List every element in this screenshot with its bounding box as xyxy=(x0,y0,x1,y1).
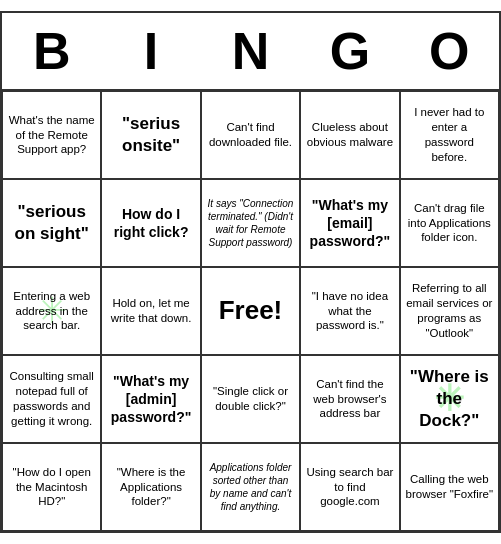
cell-text-3: Clueless about obvious malware xyxy=(306,120,393,150)
cell-text-16: "What's my [admin] password?" xyxy=(107,372,194,427)
cell-text-10: Entering a web address in the search bar… xyxy=(8,289,95,334)
bingo-cell-13: "I have no idea what the password is." xyxy=(300,267,399,355)
cell-text-23: Using search bar to find google.com xyxy=(306,465,393,510)
bingo-cell-9: Can't drag file into Applications folder… xyxy=(400,179,499,267)
letter-g: G xyxy=(305,21,395,81)
cell-text-6: How do I right click? xyxy=(107,205,194,241)
letter-b: B xyxy=(7,21,97,81)
bingo-cell-23: Using search bar to find google.com xyxy=(300,443,399,531)
bingo-cell-22: Applications folder sorted other than by… xyxy=(201,443,300,531)
cell-text-14: Referring to all email services or progr… xyxy=(406,281,493,341)
cell-text-20: "How do I open the Macintosh HD?" xyxy=(8,465,95,510)
cell-text-9: Can't drag file into Applications folder… xyxy=(406,201,493,246)
cell-text-5: "serious on sight" xyxy=(8,201,95,245)
bingo-cell-20: "How do I open the Macintosh HD?" xyxy=(2,443,101,531)
cell-text-0: What's the name of the Remote Support ap… xyxy=(8,113,95,158)
cell-text-7: It says "Connection terminated." (Didn't… xyxy=(207,197,294,249)
cell-text-2: Can't find downloaded file. xyxy=(207,120,294,150)
cell-text-11: Hold on, let me write that down. xyxy=(107,296,194,326)
bingo-cell-7: It says "Connection terminated." (Didn't… xyxy=(201,179,300,267)
bingo-cell-24: Calling the web browser "Foxfire" xyxy=(400,443,499,531)
bingo-cell-19: ✳"Where is the Dock?" xyxy=(400,355,499,443)
letter-i: I xyxy=(106,21,196,81)
letter-n: N xyxy=(205,21,295,81)
cell-text-8: "What's my [email] password?" xyxy=(306,196,393,251)
bingo-cell-5: "serious on sight" xyxy=(2,179,101,267)
bingo-cell-21: "Where is the Applications folder?" xyxy=(101,443,200,531)
bingo-cell-11: Hold on, let me write that down. xyxy=(101,267,200,355)
cell-text-19: "Where is the Dock?" xyxy=(406,366,493,432)
cell-text-13: "I have no idea what the password is." xyxy=(306,289,393,334)
bingo-cell-1: "serius onsite" xyxy=(101,91,200,179)
letter-o: O xyxy=(404,21,494,81)
bingo-grid: What's the name of the Remote Support ap… xyxy=(2,91,499,531)
cell-text-21: "Where is the Applications folder?" xyxy=(107,465,194,510)
bingo-cell-4: I never had to enter a password before. xyxy=(400,91,499,179)
cell-text-12: Free! xyxy=(219,294,283,328)
bingo-cell-14: Referring to all email services or progr… xyxy=(400,267,499,355)
bingo-cell-15: Consulting small notepad full of passwor… xyxy=(2,355,101,443)
cell-text-18: Can't find the web browser's address bar xyxy=(306,377,393,422)
bingo-cell-0: What's the name of the Remote Support ap… xyxy=(2,91,101,179)
cell-text-24: Calling the web browser "Foxfire" xyxy=(406,472,493,502)
bingo-cell-17: "Single click or double click?" xyxy=(201,355,300,443)
bingo-header: B I N G O xyxy=(2,13,499,91)
bingo-card: B I N G O What's the name of the Remote … xyxy=(0,11,501,533)
bingo-cell-6: How do I right click? xyxy=(101,179,200,267)
cell-text-1: "serius onsite" xyxy=(107,113,194,157)
bingo-cell-2: Can't find downloaded file. xyxy=(201,91,300,179)
bingo-cell-8: "What's my [email] password?" xyxy=(300,179,399,267)
cell-text-22: Applications folder sorted other than by… xyxy=(207,461,294,513)
cell-text-15: Consulting small notepad full of passwor… xyxy=(8,369,95,429)
bingo-cell-10: ✳Entering a web address in the search ba… xyxy=(2,267,101,355)
cell-text-17: "Single click or double click?" xyxy=(207,384,294,414)
cell-text-4: I never had to enter a password before. xyxy=(406,105,493,165)
bingo-cell-16: "What's my [admin] password?" xyxy=(101,355,200,443)
bingo-cell-12: Free! xyxy=(201,267,300,355)
bingo-cell-3: Clueless about obvious malware xyxy=(300,91,399,179)
bingo-cell-18: Can't find the web browser's address bar xyxy=(300,355,399,443)
